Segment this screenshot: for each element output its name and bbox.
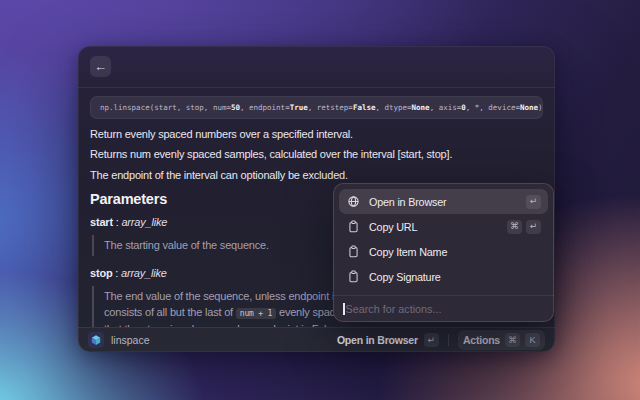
inline-code: num + 1 — [236, 308, 276, 319]
command-key-badge: ⌘ — [507, 220, 522, 234]
return-key-badge: ↵ — [526, 195, 541, 209]
text-caret — [343, 303, 345, 315]
divider — [448, 334, 449, 346]
intro-paragraph: Return evenly spaced numbers over a spec… — [90, 128, 543, 142]
return-key-badge: ↵ — [526, 220, 541, 234]
menu-item-copy-item-name[interactable]: Copy Item Name — [339, 239, 548, 264]
menu-item-copy-url[interactable]: Copy URL ⌘↵ — [339, 214, 548, 239]
intro-paragraph: The endpoint of the interval can optiona… — [90, 169, 543, 183]
menu-item-copy-signature[interactable]: Copy Signature — [339, 264, 548, 289]
clipboard-icon — [346, 270, 360, 284]
back-arrow-icon: ← — [94, 60, 107, 73]
app-chip: linspace — [88, 332, 329, 348]
actions-button[interactable]: Actions ⌘ K — [458, 330, 545, 350]
window-header: ← — [78, 46, 555, 88]
app-label: linspace — [111, 334, 150, 346]
command-key-badge: ⌘ — [505, 333, 520, 347]
function-signature: np.linspace(start, stop, num=50, endpoin… — [90, 96, 543, 119]
actions-search-input[interactable] — [346, 303, 545, 315]
clipboard-icon — [346, 245, 360, 259]
globe-icon — [346, 195, 360, 209]
menu-items: Open in Browser ↵ Copy URL ⌘↵ Copy Item … — [333, 183, 554, 295]
return-key-badge: ↵ — [424, 333, 439, 347]
intro-paragraph: Returns num evenly spaced samples, calcu… — [90, 148, 543, 162]
menu-item-open-in-browser[interactable]: Open in Browser ↵ — [339, 189, 548, 214]
actions-search-bar — [333, 295, 554, 322]
actions-menu: Open in Browser ↵ Copy URL ⌘↵ Copy Item … — [333, 183, 554, 322]
k-key-badge: K — [525, 333, 540, 347]
numpy-logo-icon — [88, 332, 104, 348]
status-bar-actions: Open in Browser ↵ Actions ⌘ K — [337, 330, 545, 350]
primary-action-button[interactable]: Open in Browser — [337, 334, 418, 346]
status-bar: linspace Open in Browser ↵ Actions ⌘ K — [78, 327, 555, 352]
back-button[interactable]: ← — [90, 56, 111, 77]
clipboard-icon — [346, 220, 360, 234]
